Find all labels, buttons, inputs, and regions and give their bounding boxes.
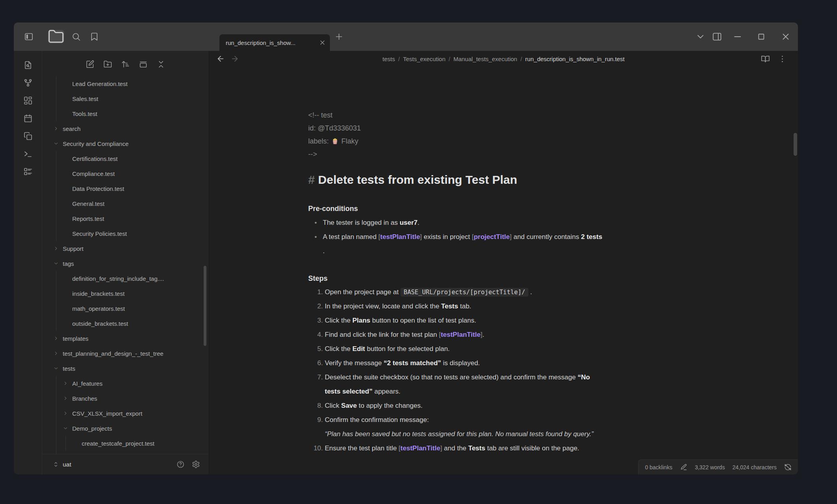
tree-folder-tags[interactable]: tags (42, 256, 209, 271)
tree-folder-import-automated-tests[interactable]: Import_automated_tests (42, 451, 209, 454)
breadcrumb-segment[interactable]: tests (382, 56, 395, 62)
breadcrumb-segment[interactable]: Manual_tests_execution (453, 56, 517, 62)
new-note-button[interactable] (86, 60, 94, 69)
document-tab[interactable]: run_description_is_show... (219, 34, 330, 51)
precondition-item: The tester is logged in as user7. (323, 216, 699, 230)
tree-folder-test-planning-and-design-test-tree[interactable]: test_planning_and_design_-_test_tree (42, 346, 209, 361)
tree-spacer (63, 306, 68, 311)
tree-file-tools-test[interactable]: Tools.test (42, 106, 209, 121)
tree-item-label: Security and Compliance (63, 140, 129, 147)
ribbon-terminal-button[interactable] (23, 149, 33, 159)
character-count: 24,024 characters (732, 464, 777, 470)
tree-folder-search[interactable]: search (42, 121, 209, 136)
breadcrumb-separator: / (521, 56, 522, 62)
ribbon-git-fork-button[interactable] (23, 78, 33, 88)
search-tab-button[interactable] (71, 32, 81, 41)
tab-title: run_description_is_show... (226, 39, 315, 46)
breadcrumb-segment[interactable]: run_description_is_shown_in_run.test (525, 56, 625, 62)
template-variable-link[interactable]: testPlanTitle (401, 444, 440, 452)
step-item: In the project view, locate and click th… (325, 299, 699, 314)
bookmarks-tab-button[interactable] (90, 32, 99, 41)
tab-list-dropdown-button[interactable] (695, 32, 706, 42)
settings-button[interactable] (192, 460, 200, 469)
ribbon-layout-dashboard-button[interactable] (23, 96, 33, 105)
folder-icon (48, 28, 64, 45)
new-folder-icon (103, 60, 112, 69)
chevron-right-icon (63, 411, 68, 416)
new-folder-button[interactable] (103, 60, 112, 69)
tab-close-button[interactable] (319, 39, 326, 46)
indent-guide (56, 91, 56, 106)
sidebar-toggle-button[interactable] (24, 32, 34, 41)
indent-guide (56, 316, 56, 331)
vault-row: uat (42, 454, 209, 474)
tree-folder-branches[interactable]: Branches (42, 391, 209, 406)
tree-file-lead-generation-test[interactable]: Lead Generation.test (42, 76, 209, 91)
tree-folder-demo-projects[interactable]: Demo_projects (42, 421, 209, 436)
tree-file-outside-brackets-test[interactable]: outside_brackets.test (42, 316, 209, 331)
tree-folder-templates[interactable]: templates (42, 331, 209, 346)
more-options-button[interactable] (778, 54, 787, 63)
maximize-button[interactable] (756, 32, 766, 42)
steps-list: Open the project page at BASE_URL/projec… (308, 285, 699, 455)
ribbon-list-details-button[interactable] (23, 167, 33, 176)
sync-disabled-icon[interactable] (784, 463, 792, 471)
new-note-icon (86, 60, 94, 69)
backlinks-count[interactable]: 0 backlinks (645, 464, 672, 470)
collapse-all-button[interactable] (157, 60, 165, 69)
editor-scrollbar[interactable] (794, 133, 797, 156)
ribbon-copy-button[interactable] (23, 131, 33, 141)
text-segment: Tests (441, 302, 458, 310)
tree-folder-tests[interactable]: tests (42, 361, 209, 376)
tree-file-inside-brackets-test[interactable]: inside_brackets.test (42, 286, 209, 301)
template-variable-link[interactable]: testPlanTitle (380, 233, 420, 241)
tree-item-label: Support (63, 245, 84, 252)
breadcrumb-segment[interactable]: Tests_execution (403, 56, 446, 62)
indent-guide (66, 436, 66, 451)
tree-spacer (63, 171, 68, 176)
ribbon-calendar-button[interactable] (23, 114, 33, 123)
navigate-back-button[interactable] (216, 54, 225, 63)
tree-file-data-protection-test[interactable]: Data Protection.test (42, 181, 209, 196)
navigate-forward-button[interactable] (230, 54, 239, 63)
tree-file-security-policies-test[interactable]: Security Policies.test (42, 226, 209, 241)
minimize-icon (732, 32, 743, 42)
close-window-button[interactable] (781, 32, 791, 42)
tree-folder-ai-features[interactable]: AI_features (42, 376, 209, 391)
tree-file-definition-for-string-include-tag[interactable]: definition_for_string_include_tag.... (42, 271, 209, 286)
new-tab-button[interactable] (334, 32, 344, 41)
preconditions-list: The tester is logged in as user7.A test … (308, 216, 699, 258)
inline-code: BASE_URL/projects/[projectTitle]/ (401, 288, 528, 297)
tree-file-reports-test[interactable]: Reports.test (42, 211, 209, 226)
plus-icon (334, 32, 344, 41)
ribbon-file-search-button[interactable] (23, 60, 33, 70)
tree-file-create-testcafe-project-test[interactable]: create_testcafe_project.test (42, 436, 209, 451)
tree-item-label: General.test (72, 200, 105, 207)
tree-file-general-test[interactable]: General.test (42, 196, 209, 211)
preconditions-heading: Pre-conditions (308, 203, 699, 214)
right-sidebar-toggle-button[interactable] (712, 32, 722, 42)
sort-button[interactable] (121, 60, 130, 69)
tree-folder-support[interactable]: Support (42, 241, 209, 256)
files-tab-button[interactable] (48, 30, 64, 43)
sidebar-scrollbar[interactable] (204, 266, 206, 346)
tree-folder-csv-xlsx-import-export[interactable]: CSV_XLSX_import_export (42, 406, 209, 421)
tree-folder-security-and-compliance[interactable]: Security and Compliance (42, 136, 209, 151)
tree-file-compliance-test[interactable]: Compliance.test (42, 166, 209, 181)
help-button[interactable] (176, 460, 185, 469)
step-item: Click the Edit button for the selected p… (325, 342, 699, 356)
minimize-button[interactable] (732, 32, 743, 42)
vault-switcher[interactable]: uat (52, 461, 71, 468)
tree-file-math-operators-test[interactable]: math_operators.test (42, 301, 209, 316)
tree-spacer (63, 156, 68, 161)
tree-file-certifications-test[interactable]: Certifications.test (42, 151, 209, 166)
indent-guide (56, 301, 56, 316)
template-variable-link[interactable]: testPlanTitle (441, 331, 481, 338)
tree-file-sales-test[interactable]: Sales.test (42, 91, 209, 106)
comment-line: labels: Flaky (308, 135, 699, 148)
reading-mode-button[interactable] (761, 54, 770, 63)
text-segment: button to open the list of test plans. (370, 317, 476, 324)
window-button[interactable] (139, 60, 148, 69)
template-variable-link[interactable]: projectTitle (474, 233, 509, 241)
text-segment: tab are still visible on the page. (485, 444, 579, 452)
